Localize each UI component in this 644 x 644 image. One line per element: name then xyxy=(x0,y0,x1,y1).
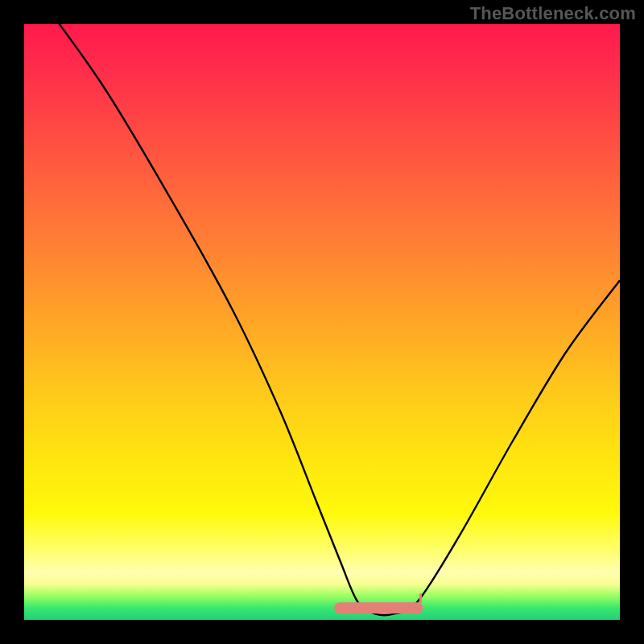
watermark-text: TheBottleneck.com xyxy=(470,3,636,24)
plot-area xyxy=(24,24,620,620)
curve-path xyxy=(24,24,620,615)
bottleneck-curve xyxy=(24,24,620,620)
chart-frame: TheBottleneck.com xyxy=(0,0,644,644)
